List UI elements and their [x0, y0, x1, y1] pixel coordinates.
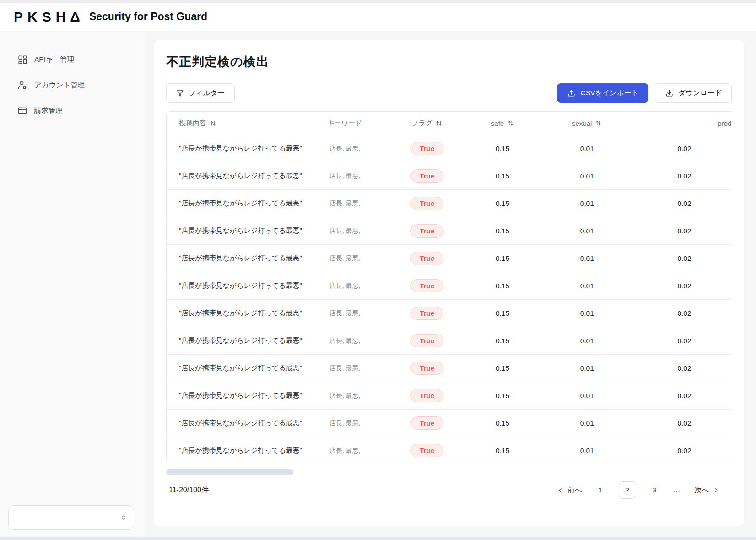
cell-phantom	[731, 272, 732, 299]
results-table: 投稿内容 キーワード フラグ safe sexual	[166, 111, 732, 464]
cell-prod: 0.02	[637, 190, 732, 217]
cell-post-content: "店長が携帯見ながらレジ打ってる最悪"	[167, 410, 304, 437]
sidebar-item-api-keys[interactable]: APIキー管理	[0, 47, 144, 72]
cell-sexual: 0.01	[537, 410, 637, 437]
cell-post-content: "店長が携帯見ながらレジ打ってる最悪"	[167, 437, 304, 464]
cell-safe: 0.15	[468, 272, 537, 299]
sidebar-item-accounts[interactable]: アカウント管理	[0, 72, 144, 98]
cell-post-content: "店長が携帯見ながらレジ打ってる最悪"	[167, 327, 304, 354]
cell-keywords: 店長, 最悪,	[304, 382, 386, 409]
cell-safe: 0.15	[468, 135, 537, 162]
sidebar-select[interactable]	[8, 505, 134, 530]
sort-icon	[210, 120, 216, 127]
dashboard-icon	[17, 54, 27, 65]
cell-flag: True	[386, 437, 468, 464]
cell-sexual: 0.01	[537, 272, 637, 299]
cell-flag: True	[386, 190, 468, 217]
cell-prod: 0.02	[637, 245, 732, 272]
pagination-ellipsis[interactable]: …	[673, 486, 681, 495]
table-row: "店長が携帯見ながらレジ打ってる最悪" 店長, 最悪, True 0.15 0.…	[167, 189, 732, 217]
cell-phantom	[731, 300, 732, 327]
import-csv-button[interactable]: CSVをインポート	[557, 83, 648, 103]
cell-prod: 0.02	[637, 382, 732, 409]
previous-page-button[interactable]: 前へ	[557, 486, 582, 495]
pager: 前へ 123 … 次へ	[557, 481, 732, 499]
table-viewport: 投稿内容 キーワード フラグ safe sexual	[166, 111, 732, 464]
cell-keywords: 店長, 最悪,	[304, 135, 386, 162]
download-button[interactable]: ダウンロード	[655, 83, 732, 103]
chevrons-up-down-icon	[120, 514, 127, 521]
filter-button[interactable]: フィルター	[166, 83, 235, 103]
cell-safe: 0.15	[468, 410, 537, 437]
cell-post-content: "店長が携帯見ながらレジ打ってる最悪"	[167, 217, 304, 244]
filter-button-label: フィルター	[189, 88, 225, 98]
app-title: Security for Post Guard	[89, 11, 207, 23]
page-number-button[interactable]: 3	[650, 481, 659, 499]
cell-prod: 0.02	[637, 327, 732, 354]
cell-safe: 0.15	[468, 190, 537, 217]
table-row: "店長が携帯見ながらレジ打ってる最悪" 店長, 最悪, True 0.15 0.…	[167, 217, 732, 244]
results-count: 11-20/100件	[166, 486, 209, 495]
flag-badge: True	[410, 224, 443, 238]
flag-badge: True	[410, 142, 443, 155]
table-row: "店長が携帯見ながらレジ打ってる最悪" 店長, 最悪, True 0.15 0.…	[167, 327, 732, 354]
table-body: "店長が携帯見ながらレジ打ってる最悪" 店長, 最悪, True 0.15 0.…	[167, 135, 732, 464]
pagination-bar: 11-20/100件 前へ 123 … 次へ	[166, 481, 732, 499]
horizontal-scrollbar	[166, 469, 732, 475]
cell-keywords: 店長, 最悪,	[304, 272, 386, 299]
cell-prod: 0.02	[637, 272, 732, 299]
sidebar-item-billing[interactable]: 請求管理	[0, 98, 144, 124]
column-header[interactable]: フラグ	[386, 112, 468, 135]
page-number-button[interactable]: 2	[619, 481, 636, 499]
cell-prod: 0.02	[637, 410, 732, 437]
cell-keywords: 店長, 最悪,	[304, 327, 386, 354]
cell-post-content: "店長が携帯見ながらレジ打ってる最悪"	[167, 190, 304, 217]
cell-sexual: 0.01	[537, 190, 637, 217]
cell-sexual: 0.01	[537, 382, 637, 409]
sidebar-item-label: アカウント管理	[34, 81, 85, 90]
cell-sexual: 0.01	[537, 245, 637, 272]
flag-badge: True	[410, 169, 443, 183]
cell-safe: 0.15	[468, 217, 537, 244]
cell-keywords: 店長, 最悪,	[304, 410, 386, 437]
column-label: キーワード	[327, 119, 362, 128]
sort-icon	[436, 120, 443, 127]
flag-badge: True	[410, 362, 443, 375]
filter-funnel-icon	[176, 89, 184, 97]
cell-sexual: 0.01	[537, 437, 637, 464]
cell-prod: 0.02	[637, 135, 732, 162]
previous-page-label: 前へ	[567, 486, 582, 495]
cell-sexual: 0.01	[537, 217, 637, 244]
sidebar-item-label: 請求管理	[34, 106, 63, 116]
cell-keywords: 店長, 最悪,	[304, 162, 386, 189]
column-header[interactable]: safe	[468, 112, 537, 135]
cell-safe: 0.15	[468, 245, 537, 272]
table-row: "店長が携帯見ながらレジ打ってる最悪" 店長, 最悪, True 0.15 0.…	[167, 409, 732, 437]
cell-flag: True	[386, 410, 468, 437]
flag-badge: True	[410, 444, 443, 457]
table-row: "店長が携帯見ながらレジ打ってる最悪" 店長, 最悪, True 0.15 0.…	[167, 135, 732, 162]
cell-flag: True	[386, 327, 468, 354]
cell-flag: True	[386, 300, 468, 327]
cell-safe: 0.15	[468, 327, 537, 354]
cell-post-content: "店長が携帯見ながらレジ打ってる最悪"	[167, 162, 304, 189]
cell-post-content: "店長が携帯見ながらレジ打ってる最悪"	[167, 135, 304, 162]
column-header[interactable]: sexual	[537, 112, 637, 135]
page-number-button[interactable]: 1	[596, 481, 605, 499]
table-row: "店長が携帯見ながらレジ打ってる最悪" 店長, 最悪, True 0.15 0.…	[167, 244, 732, 272]
column-phantom	[731, 112, 732, 135]
upload-icon	[567, 89, 576, 97]
flag-badge: True	[410, 307, 443, 320]
next-page-button[interactable]: 次へ	[695, 486, 719, 495]
cell-keywords: 店長, 最悪,	[304, 245, 386, 272]
table-row: "店長が携帯見ながらレジ打ってる最悪" 店長, 最悪, True 0.15 0.…	[167, 299, 732, 327]
table-header-row: 投稿内容 キーワード フラグ safe sexual	[167, 112, 732, 135]
cell-sexual: 0.01	[537, 135, 637, 162]
scrollbar-thumb[interactable]	[166, 469, 293, 475]
cell-flag: True	[386, 382, 468, 409]
column-header[interactable]: 投稿内容	[167, 112, 304, 135]
cell-keywords: 店長, 最悪,	[304, 300, 386, 327]
chevron-right-icon	[713, 487, 719, 493]
flag-badge: True	[410, 252, 443, 265]
cell-safe: 0.15	[468, 300, 537, 327]
